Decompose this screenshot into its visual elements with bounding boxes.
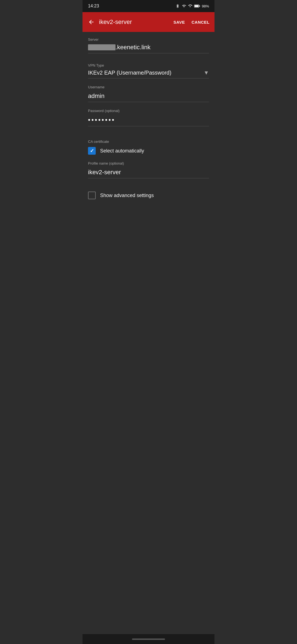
select-auto-checkbox-row[interactable]: ✓ Select automatically [88,147,209,155]
toolbar-actions: SAVE CANCEL [171,17,212,28]
status-icons: 98% [175,3,209,9]
show-advanced-checkbox[interactable] [88,192,96,199]
battery-icon [194,4,200,8]
username-input[interactable] [88,91,209,102]
username-field-group: Username [88,85,209,102]
cancel-button[interactable]: CANCEL [189,17,213,28]
status-time: 14:23 [88,4,99,9]
server-redacted-prefix [88,44,116,50]
battery-body [194,4,200,8]
select-auto-label: Select automatically [100,148,144,154]
back-arrow-icon [88,19,95,25]
vpn-type-dropdown[interactable]: IKEv2 EAP (Username/Password) ▼ [88,70,209,78]
spacer-2 [88,133,209,136]
form-content: Server .keenetic.link VPN Type IKEv2 EAP… [82,32,215,199]
username-label: Username [88,85,209,89]
ca-cert-label: CA certificate [88,140,209,144]
vpn-type-value: IKEv2 EAP (Username/Password) [88,70,204,76]
vpn-type-label: VPN Type [88,63,209,67]
password-field-group: Password (optional) •••••••• [88,109,209,126]
show-advanced-checkbox-row[interactable]: Show advanced settings [88,192,209,199]
spacer-4 [88,185,209,188]
spacer-3 [88,136,209,140]
back-button[interactable] [85,15,98,29]
spacer-1 [88,60,209,63]
password-label: Password (optional) [88,109,209,113]
server-label: Server [88,37,209,42]
svg-rect-1 [195,5,199,7]
wifi-icon [182,4,186,8]
profile-name-field-group: Profile name (optional) [88,161,209,178]
ca-cert-section: CA certificate ✓ Select automatically [88,140,209,155]
profile-name-input[interactable] [88,168,209,178]
advanced-settings-section: Show advanced settings [88,192,209,199]
svg-rect-2 [199,6,200,7]
nav-bar [82,634,215,644]
checkmark-icon: ✓ [90,148,94,153]
save-button[interactable]: SAVE [171,17,188,28]
vpn-type-field-group: VPN Type IKEv2 EAP (Username/Password) ▼ [88,63,209,78]
status-bar: 14:23 98% [82,0,215,12]
toolbar: ikev2-server SAVE CANCEL [82,12,215,32]
bluetooth-icon [175,3,180,9]
battery-percent: 98% [202,4,209,8]
profile-name-label: Profile name (optional) [88,161,209,165]
server-field-group: Server .keenetic.link [88,37,209,53]
spacer-5 [88,188,209,192]
show-advanced-label: Show advanced settings [100,193,154,198]
select-auto-checkbox[interactable]: ✓ [88,147,96,155]
server-suffix: .keenetic.link [116,44,150,51]
signal-icon [188,4,193,8]
password-input-display[interactable]: •••••••• [88,115,209,126]
server-input-wrapper[interactable]: .keenetic.link [88,44,209,53]
nav-handle [132,638,165,640]
toolbar-title: ikev2-server [98,18,171,26]
dropdown-arrow-icon: ▼ [204,70,209,76]
